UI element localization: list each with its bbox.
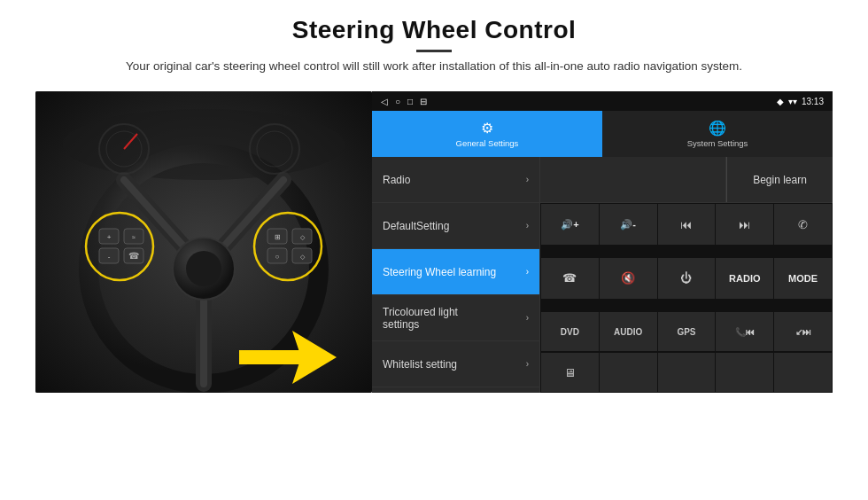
mute-icon: 🔇 xyxy=(621,271,635,285)
svg-text:○: ○ xyxy=(275,253,280,261)
menu-tricoloured-label: Tricoloured lightsettings xyxy=(383,306,458,331)
usb-icon: 🖥 xyxy=(564,366,576,379)
vol-up-btn[interactable]: 🔊+ xyxy=(541,204,599,245)
skip-next-btn[interactable]: ↙⏭ xyxy=(774,312,832,351)
title-section: Steering Wheel Control Your original car… xyxy=(126,16,742,84)
phone-btn[interactable]: ✆ xyxy=(774,204,832,245)
wifi-icon: ▾▾ xyxy=(788,97,797,106)
svg-rect-30 xyxy=(239,350,301,364)
gps-btn[interactable]: GPS xyxy=(658,312,716,351)
nav-home-icon[interactable]: ○ xyxy=(395,97,400,106)
location-icon: ◆ xyxy=(777,97,784,106)
mode-btn[interactable]: MODE xyxy=(774,258,832,299)
next-btn[interactable]: ⏭ xyxy=(716,204,773,245)
chevron-icon: › xyxy=(526,359,529,369)
right-panel: Begin learn 🔊+ 🔊- ⏮ xyxy=(540,157,833,393)
vol-down-icon: 🔊- xyxy=(620,219,636,230)
menu-item-default[interactable]: DefaultSetting › xyxy=(372,203,539,249)
content-area: + ≈ - ☎ ⊞ ◇ ○ ◇ xyxy=(35,91,833,393)
menu-default-label: DefaultSetting xyxy=(383,220,449,232)
mute-btn[interactable]: 🔇 xyxy=(600,258,657,299)
svg-text:-: - xyxy=(108,253,111,261)
tabs-row: ⚙ General Settings 🌐 System Settings xyxy=(372,111,833,157)
audio-btn[interactable]: AUDIO xyxy=(600,312,657,351)
begin-learn-button[interactable]: Begin learn xyxy=(726,157,833,202)
empty-btn-1 xyxy=(600,353,657,392)
tab-system-label: System Settings xyxy=(687,138,748,148)
empty-btn-3 xyxy=(716,353,773,392)
settings-menu: Radio › DefaultSetting › Steering Wheel … xyxy=(372,157,540,393)
phone-icon: ✆ xyxy=(798,218,808,231)
menu-item-tricoloured[interactable]: Tricoloured lightsettings › xyxy=(372,295,539,341)
chevron-icon: › xyxy=(526,175,529,184)
menu-item-radio[interactable]: Radio › xyxy=(372,157,539,203)
nav-menu-icon[interactable]: ⊟ xyxy=(420,97,427,106)
chevron-icon: › xyxy=(526,221,529,230)
mode-btn-label: MODE xyxy=(788,273,818,284)
bottom-row: DVD AUDIO GPS 📞⏮ ↙⏭ xyxy=(540,311,833,352)
skip-next-icon: ↙⏭ xyxy=(795,327,811,337)
nav-back-icon[interactable]: ◁ xyxy=(381,97,388,106)
chevron-icon: › xyxy=(526,267,529,277)
tab-general-label: General Settings xyxy=(456,138,519,148)
usb-btn[interactable]: 🖥 xyxy=(541,353,599,392)
prev-btn[interactable]: ⏮ xyxy=(658,204,716,245)
power-icon: ⏻ xyxy=(680,271,692,285)
svg-text:+: + xyxy=(107,233,112,241)
subtitle: Your original car's steering wheel contr… xyxy=(126,58,742,75)
svg-text:⊞: ⊞ xyxy=(275,233,281,241)
svg-text:≈: ≈ xyxy=(132,234,136,240)
radio-row: Begin learn xyxy=(540,157,833,203)
vol-up-icon: 🔊+ xyxy=(561,219,578,230)
nav-recents-icon[interactable]: □ xyxy=(407,97,413,106)
menu-steering-label: Steering Wheel learning xyxy=(383,266,496,278)
chevron-icon: › xyxy=(526,313,529,323)
tab-system-settings[interactable]: 🌐 System Settings xyxy=(602,111,833,157)
android-screen: ◁ ○ □ ⊟ ◆ ▾▾ 13:13 ⚙ General Settings xyxy=(372,91,833,393)
answer-icon: ☎ xyxy=(562,271,577,285)
menu-item-steering[interactable]: Steering Wheel learning › xyxy=(372,249,539,295)
screen-content: Radio › DefaultSetting › Steering Wheel … xyxy=(372,157,833,393)
menu-whitelist-label: Whitelist setting xyxy=(383,358,457,371)
title-divider xyxy=(416,50,452,52)
svg-point-10 xyxy=(186,251,221,286)
extra-row: 🖥 xyxy=(540,352,833,393)
status-indicators: ◆ ▾▾ 13:13 xyxy=(777,97,824,106)
nav-buttons: ◁ ○ □ ⊟ xyxy=(381,97,427,106)
general-settings-icon: ⚙ xyxy=(481,120,493,137)
empty-btn-4 xyxy=(774,353,832,392)
svg-text:☎: ☎ xyxy=(128,251,139,261)
menu-item-whitelist[interactable]: Whitelist setting › xyxy=(372,341,539,387)
tab-general-settings[interactable]: ⚙ General Settings xyxy=(372,111,602,157)
answer-btn[interactable]: ☎ xyxy=(541,258,599,299)
radio-empty-area xyxy=(540,157,726,202)
vol-down-btn[interactable]: 🔊- xyxy=(600,204,657,245)
controls-grid: 🔊+ 🔊- ⏮ ⏭ ✆ xyxy=(540,203,833,311)
system-settings-icon: 🌐 xyxy=(709,120,726,137)
dvd-btn[interactable]: DVD xyxy=(541,312,599,351)
phone-prev-icon: 📞⏮ xyxy=(735,327,755,337)
radio-btn[interactable]: RADIO xyxy=(716,258,773,299)
radio-btn-label: RADIO xyxy=(729,273,760,284)
gps-label: GPS xyxy=(677,327,695,337)
status-bar: ◁ ○ □ ⊟ ◆ ▾▾ 13:13 xyxy=(372,91,833,111)
prev-icon: ⏮ xyxy=(680,218,692,231)
phone-prev-btn[interactable]: 📞⏮ xyxy=(716,312,773,351)
menu-radio-label: Radio xyxy=(383,174,410,186)
page-title: Steering Wheel Control xyxy=(126,16,742,44)
time-display: 13:13 xyxy=(802,97,824,106)
dvd-label: DVD xyxy=(561,327,579,337)
power-btn[interactable]: ⏻ xyxy=(658,258,716,299)
audio-label: AUDIO xyxy=(614,327,642,337)
next-icon: ⏭ xyxy=(739,218,750,231)
empty-btn-2 xyxy=(658,353,716,392)
steering-wheel-image: + ≈ - ☎ ⊞ ◇ ○ ◇ xyxy=(35,91,372,393)
